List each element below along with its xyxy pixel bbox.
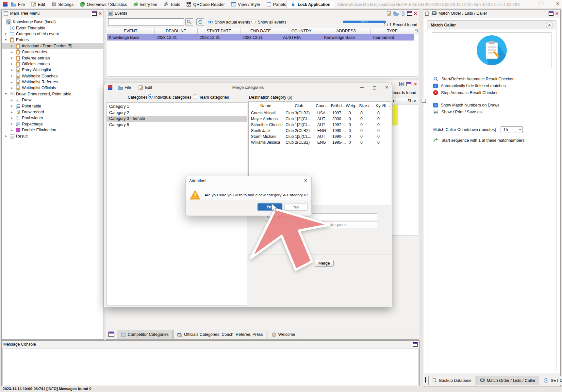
menu-tools[interactable]: Tools — [163, 2, 180, 7]
tree-item-result[interactable]: ▶Result — [2, 133, 103, 139]
merge-menu-edit[interactable]: Edit — [136, 84, 155, 91]
competitor-row[interactable]: Mayer AndreasClub 1[2](CL...AUT2000-...0… — [249, 116, 391, 122]
events-table-row[interactable]: Knowledge Base2023.12.312023.12.312023.1… — [107, 34, 414, 41]
tree-item-draw-draw-record-point-table[interactable]: ▼Draw, Draw record, Point table... — [2, 91, 103, 97]
tree-expander[interactable]: ▼ — [4, 92, 8, 95]
events-close-icon[interactable]: ✕ — [414, 11, 417, 16]
tree-expander[interactable]: ▶ — [4, 135, 8, 138]
tree-item-referee-entries[interactable]: ▶Referee entries — [2, 55, 103, 61]
panel-restore-icon[interactable] — [108, 332, 114, 337]
tree-item-event-timetable[interactable]: Event Timetable — [2, 25, 103, 31]
merge-dialog-titlebar[interactable]: Merge categories File Edit — ▢ ✕ — [104, 83, 392, 92]
events-column-start-date[interactable]: START DATE — [198, 28, 240, 34]
tree-expander[interactable]: ▶ — [9, 87, 14, 90]
caller-item-stop-automatic-result-checker[interactable]: ✕ Stop Automatic Result Checker — [427, 89, 556, 96]
menu-panels[interactable]: Panels — [266, 2, 286, 7]
category-list-item[interactable]: Category 5 — [107, 122, 247, 128]
tree-item-coach-entries[interactable]: ▶Coach entries — [2, 49, 103, 55]
menu-edit[interactable]: Edit — [31, 2, 45, 7]
events-column-deadline[interactable]: DEADLINE — [155, 28, 198, 34]
caller-close-icon[interactable]: ✕ — [555, 11, 559, 16]
destination-column-size[interactable]: Size / ... — [358, 102, 375, 110]
tree-expander[interactable]: ▶ — [9, 69, 14, 72]
edit-record-icon[interactable] — [387, 11, 392, 16]
caller-item-show-print-save-as[interactable]: Show / Print / Save as... — [427, 108, 556, 115]
show-all-events-radio[interactable] — [251, 20, 256, 24]
tree-expander[interactable]: ▶ — [9, 111, 14, 114]
column-filter-icon[interactable] — [414, 28, 419, 34]
tree-expander[interactable]: ▼ — [4, 39, 8, 41]
events-maximize-icon[interactable] — [407, 11, 412, 16]
events-cell[interactable]: AUSTRIA — [281, 34, 322, 41]
events-cell[interactable]: 2023.12.31 — [240, 34, 281, 41]
tree-item-repechage[interactable]: ▶Repechage — [2, 121, 103, 127]
tree-item-categories-of-this-event[interactable]: ▶Categories of this event — [2, 31, 103, 37]
show-actual-events-radio[interactable] — [208, 20, 213, 24]
caller-item-automatically-hide-finished-matches[interactable]: ✓ Automatically hide finished matches — [427, 82, 556, 89]
merge-menu-file[interactable]: File — [115, 84, 133, 91]
checkbox-checked-icon[interactable]: ✓ — [433, 103, 438, 107]
menu-settings[interactable]: Settings — [51, 2, 74, 7]
caller-item-start-refresh-automatic-result-checker[interactable]: Start/Refresh Automatic Result Checker — [427, 75, 556, 82]
tree-expander[interactable]: ▶ — [9, 62, 14, 65]
competitor-row[interactable]: Smith JackClub 2(CLB2)ENG1990-...000 — [249, 128, 391, 134]
events-cell[interactable]: Tournament — [371, 34, 414, 41]
window-minimize-button[interactable]: — — [520, 1, 530, 6]
no-button[interactable]: No — [284, 203, 308, 211]
events-search-input[interactable] — [108, 18, 184, 25]
events-column-end-date[interactable]: END DATE — [240, 28, 281, 34]
caller-item-show-match-numbers-on-draws[interactable]: ✓ Show Match Numbers on Draws — [427, 102, 556, 108]
merge-maximize-button[interactable]: ▢ — [372, 85, 376, 90]
tree-expander[interactable]: ▶ — [4, 32, 8, 35]
menu-qrcode-reader[interactable]: QRCode Reader — [186, 2, 225, 7]
attention-close-button[interactable]: ✕ — [304, 178, 307, 183]
tree-expander[interactable]: ▶ — [9, 57, 14, 59]
tree-item-individual-team-entries-5[interactable]: ▶Individual / Team Entries (5) — [2, 43, 103, 49]
competitor-row[interactable]: Schreiber ChristineClub 1[2](CL...AUT199… — [249, 122, 391, 128]
folder-icon[interactable] — [393, 11, 399, 16]
tree-item-double-elimination[interactable]: ▶Double-Elimination — [2, 127, 103, 133]
categories-close-icon[interactable]: ✕ — [414, 82, 417, 86]
console-maximize-icon[interactable] — [413, 342, 418, 347]
tree-item-officials-entries[interactable]: ▶Officials entries — [2, 61, 103, 67]
menu-entry-fee[interactable]: $Entry fee — [133, 2, 157, 7]
destination-column-birthd[interactable]: Birthd... — [330, 102, 346, 110]
tree-item-entries[interactable]: ▼Entries — [2, 37, 103, 43]
tree-expander[interactable]: ▶ — [9, 81, 14, 84]
merge-minimize-button[interactable]: — — [360, 85, 364, 90]
events-cell[interactable]: 2023.12.31 — [198, 34, 240, 41]
category-list-item[interactable]: Category 3 - female — [107, 116, 247, 122]
yes-button[interactable]: Yes — [257, 203, 282, 211]
column-filter-icon[interactable] — [421, 98, 426, 104]
tree-expander[interactable]: ▶ — [9, 117, 14, 120]
events-cell[interactable]: Knowledge Base — [322, 34, 371, 41]
caller-maximize-icon[interactable] — [549, 11, 554, 16]
tree-expander[interactable]: ▶ — [9, 51, 14, 54]
tree-expander[interactable]: ▶ — [9, 122, 14, 125]
category-list-item[interactable]: Category 2 — [107, 110, 247, 116]
destination-column-name[interactable]: Name — [249, 102, 283, 110]
competitor-row[interactable]: Williams JessicaClub 2(CLB2)ENG1995-...0… — [249, 139, 391, 145]
console-output[interactable] — [2, 349, 419, 385]
team-categories-radio[interactable] — [193, 94, 197, 99]
grid-icon[interactable] — [399, 81, 404, 87]
merge-close-button[interactable]: ✕ — [385, 85, 388, 90]
competitor-row[interactable]: Sturm MichaelClub 1[2](CL...AUT1990-...0… — [249, 134, 391, 139]
tree-close-icon[interactable]: ✕ — [98, 11, 102, 16]
tree-item-draw-record[interactable]: ▶Draw record — [2, 109, 103, 115]
category-list-item[interactable]: Category 1 — [107, 104, 247, 110]
events-cell[interactable]: Knowledge Base — [107, 34, 155, 41]
menu-overviews-statistics[interactable]: Overviews / Statistics — [80, 2, 127, 7]
checkbox-checked-icon[interactable]: ✓ — [433, 84, 438, 88]
tree-item-waitinglist-officials[interactable]: ▶Waitinglist Officials — [2, 85, 103, 91]
window-maximize-button[interactable]: ❐ — [537, 1, 546, 6]
destination-column-coun[interactable]: Coun... — [315, 102, 330, 110]
tree-maximize-icon[interactable] — [92, 11, 97, 16]
lock-application-button[interactable]: Lock Application — [287, 1, 334, 8]
categories-maximize-icon[interactable] — [406, 82, 411, 86]
collapse-section-button[interactable] — [546, 22, 553, 28]
tree-expander[interactable]: ▶ — [9, 129, 14, 132]
competitor-row[interactable]: Garcia AbigailClub 3(CLB3)USA1997-...000 — [249, 110, 391, 116]
window-close-button[interactable]: ✕ — [553, 1, 562, 6]
merge-button[interactable]: Merge — [315, 260, 334, 267]
